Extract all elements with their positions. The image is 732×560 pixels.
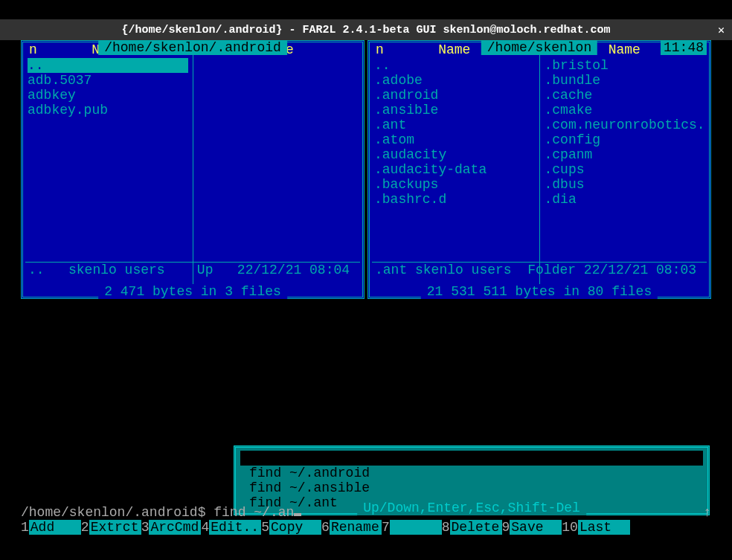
left-panel-status: .. skenlo users Up 22/12/21 08:04	[25, 262, 360, 277]
fkey-number: 8	[442, 520, 450, 535]
fkey-number: 10	[562, 520, 578, 535]
fkey-label: Delete	[450, 520, 502, 535]
file-item[interactable]: .bashrc.d	[374, 192, 535, 207]
fkey-number: 2	[81, 520, 89, 535]
cursor	[294, 513, 301, 516]
fkey-number: 3	[141, 520, 150, 535]
function-key-bar: 1Add 2Extrct3ArcCmd4Edit..5Copy 6Rename7…	[21, 520, 711, 535]
file-item[interactable]: .backups	[374, 177, 535, 192]
fkey-2[interactable]: 2Extrct	[81, 520, 141, 535]
file-item[interactable]: .ansible	[374, 103, 535, 118]
history-item[interactable]: find ~/.android	[240, 466, 703, 480]
fkey-label: Extrct	[89, 520, 141, 535]
file-item[interactable]: ..	[374, 58, 535, 73]
col-n-header: n	[29, 42, 37, 57]
fkey-6[interactable]: 6Rename	[321, 520, 382, 535]
file-item[interactable]: .audacity	[374, 147, 535, 162]
file-item[interactable]: .cpanm	[545, 147, 705, 162]
right-panel[interactable]: /home/skenlon 11:48 nName ...adobe.andro…	[367, 40, 711, 299]
fkey-4[interactable]: 4Edit..	[201, 520, 261, 535]
file-item[interactable]: .cache	[545, 88, 705, 103]
file-item[interactable]: .ant	[374, 118, 535, 132]
fkey-number: 6	[321, 520, 330, 535]
file-item[interactable]: adbkey	[28, 88, 188, 103]
file-item[interactable]: .dbus	[545, 177, 705, 192]
fkey-label: Edit..	[209, 520, 261, 535]
right-file-list-1[interactable]: ...adobe.android.ansible.ant.atom.audaci…	[370, 58, 539, 207]
file-item[interactable]: adb.5037	[28, 73, 188, 88]
fkey-9[interactable]: 9Save	[502, 520, 562, 535]
command-prompt[interactable]: /home/skenlon/.android$ find ~/.an↑	[21, 505, 711, 520]
file-item[interactable]: .dia	[545, 192, 705, 207]
right-panel-summary: 21 531 511 bytes in 80 files	[421, 284, 658, 299]
file-item[interactable]: ..	[28, 58, 188, 73]
file-item[interactable]: .audacity-data	[374, 162, 535, 177]
fkey-8[interactable]: 8Delete	[442, 520, 502, 535]
file-item[interactable]: .cmake	[545, 103, 705, 118]
window-titlebar: {/home/skenlon/.android} - FAR2L 2.4.1-b…	[0, 19, 732, 40]
right-panel-path[interactable]: /home/skenlon	[481, 40, 597, 55]
fkey-label: Add	[29, 520, 81, 535]
file-item[interactable]: .config	[545, 132, 705, 147]
left-file-list-1[interactable]: ..adb.5037adbkeyadbkey.pub	[23, 58, 193, 118]
history-item[interactable]	[240, 451, 703, 466]
fkey-1[interactable]: 1Add	[21, 520, 81, 535]
file-item[interactable]: .com.neuronrobotics.}	[545, 118, 705, 132]
fkey-number: 7	[382, 520, 390, 535]
fkey-label: Rename	[330, 520, 382, 535]
right-file-list-2[interactable]: .bristol.bundle.cache.cmake.com.neuronro…	[540, 58, 710, 207]
fkey-number: 4	[201, 520, 209, 535]
fkey-label: ArcCmd	[149, 520, 201, 535]
fkey-10[interactable]: 10Last	[562, 520, 630, 535]
fkey-label: Copy	[269, 520, 321, 535]
left-panel-path[interactable]: /home/skenlon/.android	[98, 40, 287, 55]
prompt-command: find ~/.an	[214, 505, 294, 520]
scroll-up-icon[interactable]: ↑	[703, 505, 711, 520]
fkey-5[interactable]: 5Copy	[261, 520, 321, 535]
clock: 11:48	[661, 40, 707, 55]
fkey-label: Save	[510, 520, 562, 535]
col-name-header: Name	[609, 42, 640, 57]
left-panel[interactable]: /home/skenlon/.android nName ..adb.5037a…	[21, 40, 365, 299]
history-item[interactable]: find ~/.ansible	[240, 480, 703, 495]
fkey-number: 9	[502, 520, 510, 535]
file-item[interactable]: .adobe	[374, 73, 535, 88]
file-item[interactable]: adbkey.pub	[28, 103, 188, 118]
file-item[interactable]: .bundle	[545, 73, 705, 88]
fkey-label: Last	[578, 520, 630, 535]
left-panel-summary: 2 471 bytes in 3 files	[98, 284, 287, 299]
file-item[interactable]: .cups	[545, 162, 705, 177]
fkey-3[interactable]: 3ArcCmd	[141, 520, 202, 535]
file-item[interactable]: .bristol	[545, 58, 705, 73]
right-panel-status: .ant skenlo users Folder 22/12/21 08:03	[372, 262, 707, 277]
close-icon[interactable]: ✕	[718, 23, 725, 37]
file-item[interactable]: .android	[374, 88, 535, 103]
col-name-header: Name	[438, 42, 470, 57]
fkey-label	[390, 520, 442, 535]
fkey-7[interactable]: 7	[382, 520, 442, 535]
window-title: {/home/skenlon/.android} - FAR2L 2.4.1-b…	[121, 24, 610, 36]
fkey-number: 5	[261, 520, 269, 535]
prompt-path: /home/skenlon/.android$	[21, 505, 205, 520]
fkey-number: 1	[21, 520, 29, 535]
col-n-header: n	[376, 42, 384, 57]
file-item[interactable]: .atom	[374, 132, 535, 147]
